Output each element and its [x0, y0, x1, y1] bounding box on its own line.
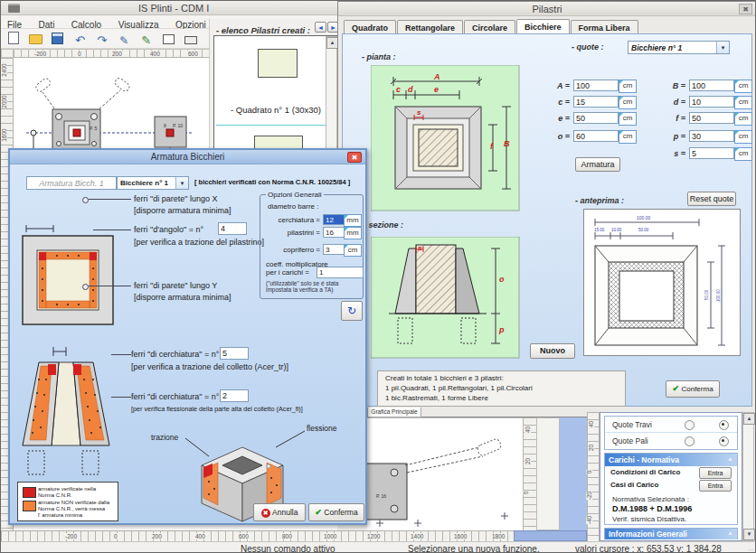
diametro-label: diametro barre : — [268, 202, 318, 211]
chevron-down-icon[interactable]: ▾ — [175, 177, 188, 189]
cerchiatura-field[interactable] — [323, 214, 345, 225]
cerch-fl-field[interactable] — [220, 389, 249, 402]
new-file-icon[interactable] — [5, 30, 22, 46]
opzioni-note-1: ("utilizzabile" solo se é stata — [266, 280, 339, 286]
cerchiatura-unit: mm — [344, 214, 362, 227]
pilastri-window: Pilastri ✖ QuadratoRettangolareCircolare… — [337, 1, 756, 417]
field-A[interactable] — [573, 80, 619, 91]
undo-icon[interactable]: ↶ — [71, 33, 88, 49]
ruler-label: 20 — [588, 445, 594, 451]
casi-entra-button[interactable]: Entra — [699, 480, 732, 492]
redo-icon[interactable]: ↷ — [94, 33, 110, 49]
field-label-e: e = — [555, 114, 570, 123]
quote-travi-radio-on[interactable] — [719, 420, 729, 430]
list-item-label[interactable]: - Quadrato n° 1 (30x30) — [222, 105, 330, 115]
secondary-scroll-track[interactable] — [536, 417, 560, 530]
preview-dim: 100.00 — [637, 215, 651, 220]
close-icon[interactable]: ✖ — [347, 152, 362, 163]
pilastri-conferma-button[interactable]: ✔ Conferma — [666, 380, 720, 398]
dialog-conferma-button[interactable]: ✔ Conferma — [308, 503, 364, 521]
coeff-field[interactable] — [317, 267, 364, 278]
save-icon[interactable] — [50, 31, 66, 47]
cerch-fl-label: ferri "di cerchiatura" = n° — [131, 392, 219, 401]
prev-arrow-button[interactable]: ◄ — [315, 22, 326, 33]
cerch-tr-field[interactable] — [220, 347, 249, 360]
collapse-icon[interactable]: ▲ — [727, 455, 733, 462]
field-o[interactable] — [573, 130, 619, 142]
field-c[interactable] — [573, 96, 619, 108]
right-dock-panel: Quote Travi Quote Pali Carichi - Normati… — [600, 412, 742, 541]
secondary-canvas[interactable]: P. 16 — [367, 417, 523, 530]
hscroll-thumb[interactable] — [514, 530, 587, 541]
dim-e: e — [434, 85, 439, 94]
field-s[interactable] — [689, 147, 734, 159]
quote-pali-radio-off[interactable] — [685, 436, 695, 446]
armatura-button[interactable]: Armatura — [575, 157, 620, 172]
check-icon: ✔ — [672, 384, 679, 393]
armatura-name-field[interactable] — [26, 176, 117, 190]
ruler-label: 600 — [238, 533, 250, 539]
tab-quadrato[interactable]: Quadrato — [344, 20, 396, 34]
quote-pali-row[interactable]: Quote Pali — [605, 433, 737, 449]
tab-rettangolare[interactable]: Rettangolare — [397, 20, 463, 34]
dialog-conferma-label: Conferma — [324, 508, 357, 517]
pilastro-thumbnail[interactable] — [258, 49, 298, 78]
quote-travi-radio-off[interactable] — [685, 420, 695, 430]
condizioni-entra-button[interactable]: Entra — [699, 467, 732, 479]
casi-carico-label: Casi di Carico — [610, 481, 658, 489]
unit-c: cm — [619, 96, 637, 109]
bicchiere-combobox[interactable]: Bicchiere n° 1 ▾ — [117, 176, 189, 190]
ruler-label: -200 — [33, 51, 47, 57]
legend-text: Norma C.N.R., verrà messa — [38, 506, 105, 512]
verifica-sismica-label: Verif. sismica Disattiva. — [612, 515, 686, 523]
quote-combobox[interactable]: Bicchiere n° 1 ▾ — [628, 41, 730, 54]
ruler-label: 40 — [588, 421, 594, 427]
opzioni-legend: Opzioni Generali — [266, 191, 324, 199]
grafica-principale-tab[interactable]: Grafica Principale — [367, 408, 421, 417]
open-folder-icon[interactable] — [27, 32, 43, 48]
anteprima-canvas: 100.00 15.00 10.00 50.00 50.00 100.00 — [583, 209, 741, 356]
chevron-down-icon[interactable]: ▾ — [716, 42, 729, 53]
close-icon[interactable]: ✖ — [739, 4, 752, 14]
armatura-dialog: Armatura Bicchieri ✖ Bicchiere n° 1 ▾ [ … — [8, 148, 367, 525]
leader-node — [82, 284, 89, 290]
scroll-up-icon[interactable]: ▲ — [743, 413, 755, 425]
draw-pencil-icon[interactable]: ✎ — [138, 33, 155, 49]
field-p[interactable] — [689, 130, 734, 142]
ferri-angolo-field[interactable] — [218, 222, 247, 235]
quote-pali-radio-on[interactable] — [719, 436, 729, 446]
preview-dim: 50.00 — [704, 289, 709, 300]
reset-quote-button[interactable]: Reset quote — [687, 192, 736, 206]
resize-grip-icon[interactable]: … — [748, 545, 754, 551]
tab-circolare[interactable]: Circolare — [464, 20, 515, 34]
pianta-canvas — [371, 65, 520, 211]
scroll-down-icon[interactable]: ▼ — [743, 529, 755, 540]
nuovo-button[interactable]: Nuovo — [530, 343, 575, 359]
leader-line — [93, 230, 131, 230]
field-d[interactable] — [689, 96, 734, 108]
pilastrini-field[interactable] — [323, 227, 345, 238]
field-e[interactable] — [573, 112, 619, 124]
quote-travi-row[interactable]: Quote Travi — [605, 417, 737, 433]
status-hint: Selezionare una nuova funzione. — [408, 544, 540, 553]
dialog-titlebar[interactable]: Armatura Bicchieri ✖ — [10, 150, 365, 164]
rectangle-icon[interactable] — [183, 33, 199, 49]
carichi-normativa-header[interactable]: Carichi - Normativa ▲ — [605, 454, 737, 466]
zoom-box-icon[interactable] — [160, 32, 176, 48]
dim-c: c — [396, 85, 401, 94]
dock-scrollbar[interactable]: ▲ ▼ — [742, 412, 754, 541]
field-f[interactable] — [689, 112, 734, 124]
tab-forma-libera[interactable]: Forma Libera — [571, 20, 638, 34]
plinth-label: P. 10 — [173, 123, 183, 128]
collapse-icon[interactable]: ▲ — [727, 530, 733, 536]
legend-box: armature verificate nella Norma C.N.R. a… — [17, 482, 118, 521]
ferri-y-note: [disporre armatura minima] — [134, 293, 232, 302]
legend-orange-swatch — [23, 501, 36, 511]
ruler-label: -20 — [586, 492, 592, 500]
apply-icon[interactable]: ↻ — [341, 301, 363, 321]
copriferro-field[interactable] — [323, 244, 345, 255]
annulla-button[interactable]: ✖ Annulla — [253, 503, 306, 521]
field-B[interactable] — [689, 80, 734, 91]
informazioni-generali-header[interactable]: Informazioni Generali ▲ — [605, 529, 737, 539]
edit-sheet-icon[interactable]: ✎ — [116, 33, 132, 49]
